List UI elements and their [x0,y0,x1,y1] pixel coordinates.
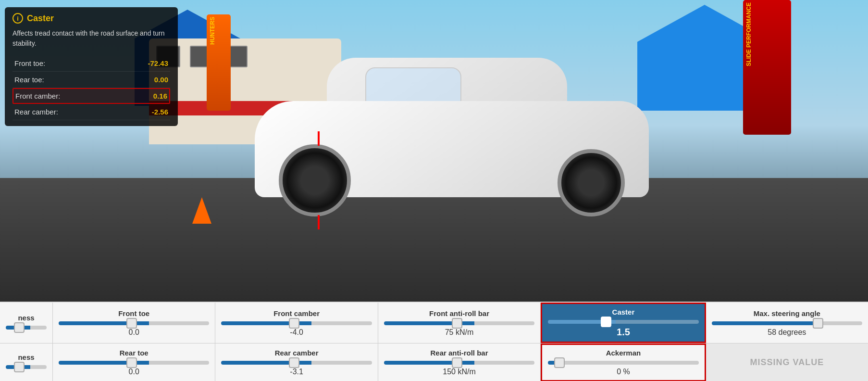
slider-caster[interactable] [548,320,698,324]
banner-right: SLIDE PERFORMANCE [743,0,791,135]
cell-front-antiroll-value: 75 kN/m [445,328,474,337]
cell-ackerman-value: 0 % [617,368,630,376]
cell-rear-camber-label: Rear camber [275,349,319,357]
slider-rear-camber[interactable] [221,361,372,365]
banner-left: HUNTERS [207,14,231,111]
stat-front-camber: Front camber: 0.16 [12,88,170,104]
stat-rear-toe: Rear toe: 0.00 [12,72,170,88]
bottom-panel: ness Front toe 0.0 Front camber -4.0 Fro… [0,302,868,381]
slider-thumb-max-steering[interactable] [813,318,823,329]
stat-front-toe-label: Front toe: [14,59,45,67]
slider-front-camber[interactable] [221,321,372,325]
stat-front-camber-label: Front camber: [15,92,60,100]
cell-front-toe-value: 0.0 [129,328,139,337]
slider-max-steering[interactable] [712,321,862,325]
cell-max-steering-label: Max. steering angle [754,309,820,318]
slider-stiffness-2[interactable] [6,365,47,369]
car [231,72,663,226]
stat-front-camber-value: 0.16 [153,92,167,100]
slider-thumb-stiffness-2[interactable] [14,362,25,372]
slider-thumb-stiffness-1[interactable] [14,322,25,333]
slider-thumb-rear-antiroll[interactable] [452,357,462,368]
slider-rear-antiroll[interactable] [384,361,534,365]
cell-caster[interactable]: Caster 1.5 [541,303,706,343]
slider-stiffness-1[interactable] [6,326,47,330]
cell-rear-antiroll: Rear anti-roll bar 150 kN/m [378,343,541,381]
cell-front-antiroll: Front anti-roll bar 75 kN/m [378,303,541,343]
missing-value-text: MISSING VALUE [750,357,824,368]
cell-front-camber: Front camber -4.0 [215,303,378,343]
alignment-indicator-bottom [318,215,320,229]
stat-front-toe-value: -72.43 [148,59,168,67]
traffic-cone [192,197,211,224]
cell-ackerman[interactable]: Ackerman 0 % [541,343,706,381]
slider-thumb-ackerman[interactable] [554,357,565,368]
cell-rear-toe-value: 0.0 [129,368,139,376]
cell-max-steering-value: 58 degrees [768,328,806,337]
wheel-front [279,144,351,216]
banner-right-text: SLIDE PERFORMANCE [743,0,755,69]
cell-stiffness-1: ness [0,303,53,343]
slider-thumb-caster[interactable] [601,317,611,327]
cell-stiffness-2-label: ness [18,353,34,361]
cell-rear-antiroll-value: 150 kN/m [443,368,475,376]
slider-thumb-front-antiroll[interactable] [452,318,462,329]
info-panel-description: Affects tread contact with the road surf… [12,28,170,49]
slider-rear-toe[interactable] [59,361,209,365]
cell-front-antiroll-label: Front anti-roll bar [429,309,489,318]
wheel-rear [558,149,625,216]
cell-missing: MISSING VALUE [706,343,868,381]
cell-rear-toe-label: Rear toe [120,349,149,357]
stat-rear-toe-value: 0.00 [154,76,168,84]
control-row-1: ness Front toe 0.0 Front camber -4.0 Fro… [0,303,868,343]
stat-front-toe: Front toe: -72.43 [12,55,170,72]
cell-max-steering: Max. steering angle 58 degrees [706,303,868,343]
cell-rear-camber: Rear camber -3.1 [215,343,378,381]
stat-rear-camber: Rear camber: -2.56 [12,104,170,120]
banner-left-text: HUNTERS [207,14,218,47]
cell-front-camber-label: Front camber [273,309,320,318]
cell-stiffness-1-label: ness [18,314,34,322]
cell-caster-value: 1.5 [617,327,630,338]
slider-thumb-front-toe[interactable] [126,318,137,329]
stat-rear-toe-label: Rear toe: [14,76,44,84]
info-panel-title: Caster [27,13,54,24]
slider-front-antiroll[interactable] [384,321,534,325]
info-panel: i Caster Affects tread contact with the … [5,7,178,126]
cell-stiffness-2: ness [0,343,53,381]
cell-front-camber-value: -4.0 [290,328,303,337]
cell-rear-camber-value: -3.1 [290,368,303,376]
info-icon: i [12,13,23,24]
slider-thumb-rear-camber[interactable] [289,357,299,368]
info-title: i Caster [12,13,170,24]
cell-caster-label: Caster [612,308,635,316]
slider-front-toe[interactable] [59,321,209,325]
stat-rear-camber-value: -2.56 [152,108,168,116]
control-row-2: ness Rear toe 0.0 Rear camber -3.1 Rear … [0,343,868,381]
cell-rear-toe: Rear toe 0.0 [53,343,215,381]
stat-rear-camber-label: Rear camber: [14,108,58,116]
cell-ackerman-label: Ackerman [606,349,641,357]
cell-front-toe: Front toe 0.0 [53,303,215,343]
slider-thumb-rear-toe[interactable] [126,357,137,368]
alignment-indicator-top [318,131,320,146]
slider-thumb-front-camber[interactable] [289,318,299,329]
cell-front-toe-label: Front toe [118,309,149,318]
cell-rear-antiroll-label: Rear anti-roll bar [431,349,488,357]
slider-ackerman[interactable] [548,361,698,365]
